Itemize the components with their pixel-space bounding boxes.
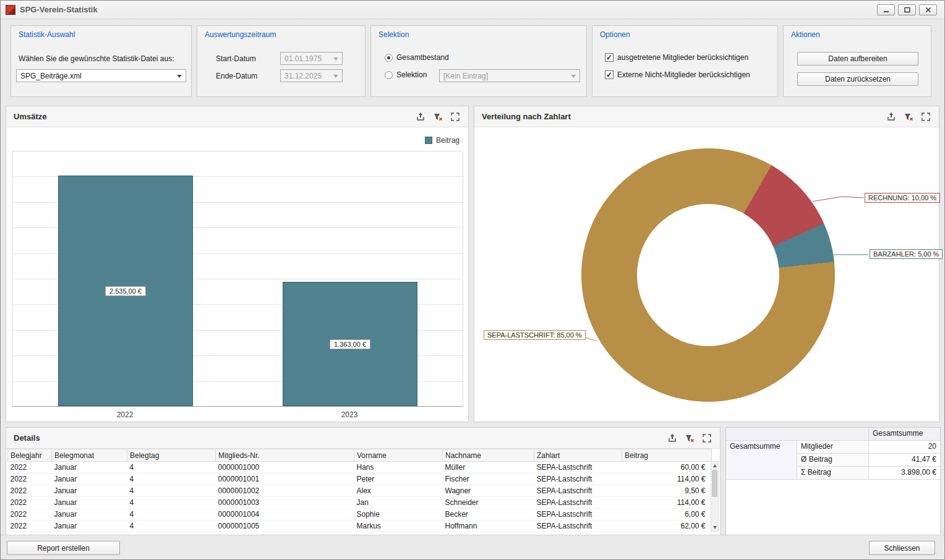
column-header[interactable]: Belegtag (127, 449, 216, 462)
table-cell: Schneider (443, 497, 534, 509)
options-toolbar: Statistik-Auswahl Wählen Sie die gewünsc… (11, 25, 932, 97)
table-cell: 2022 (8, 509, 52, 520)
checkbox-checked-icon: ✓ (605, 70, 614, 79)
table-row[interactable]: 2022Januar40000001004SophieBeckerSEPA-La… (8, 509, 712, 520)
umsaetze-header: Umsätze (6, 106, 468, 127)
column-header[interactable]: Beitrag (622, 449, 712, 462)
table-cell: Hans (354, 462, 443, 473)
column-header[interactable]: Nachname (443, 449, 534, 462)
fullscreen-icon[interactable] (701, 433, 712, 444)
summary-row-header: Gesamtsumme (726, 441, 797, 480)
table-row[interactable]: 2022Januar40000001003JanSchneiderSEPA-La… (8, 497, 712, 509)
details-header: Details (6, 428, 720, 449)
daten-aufbereiten-button[interactable]: Daten aufbereiten (797, 52, 918, 66)
checkbox-label: ausgetretene Mitglieder berücksichtigen (617, 53, 748, 62)
export-icon[interactable] (415, 111, 426, 122)
clear-filter-icon[interactable] (684, 433, 695, 444)
table-cell: Januar (52, 497, 127, 509)
export-icon[interactable] (886, 111, 897, 122)
column-header[interactable]: Belegmonat (52, 449, 127, 462)
table-cell: 2022 (8, 497, 52, 509)
checkbox-externe-nicht-mitglieder[interactable]: ✓ Externe Nicht-Mitglieder berücksichtig… (605, 70, 750, 79)
dropdown-icon (333, 57, 338, 61)
table-cell: Januar (52, 485, 127, 497)
table-cell: 0000001001 (216, 473, 354, 485)
zahlart-title: Verteilung nach Zahlart (482, 112, 571, 121)
checkbox-ausgetretene-mitglieder[interactable]: ✓ ausgetretene Mitglieder berücksichtige… (605, 53, 748, 62)
umsaetze-panel: Umsätze Beitrag (6, 106, 469, 422)
table-cell: 4 (127, 473, 216, 485)
report-erstellen-button[interactable]: Report erstellen (7, 541, 120, 555)
table-row[interactable]: 2022Januar40000001002AlexWagnerSEPA-Last… (8, 485, 712, 497)
schliessen-button[interactable]: Schliessen (869, 541, 935, 555)
clear-filter-icon[interactable] (903, 111, 914, 122)
slice-label-barzahler: BARZAHLER: 5,00 % (870, 249, 943, 259)
fullscreen-icon[interactable] (450, 111, 461, 122)
app-window: SPG-Verein-Statistik Statistik-Auswahl W… (0, 0, 945, 560)
table-cell: Wagner (443, 485, 534, 497)
table-cell: 0000001003 (216, 497, 354, 509)
radio-icon-checked (385, 54, 393, 62)
title-bar[interactable]: SPG-Verein-Statistik (1, 1, 944, 19)
table-cell: Januar (52, 473, 127, 485)
table-row[interactable]: 2022Januar40000001000HansMüllerSEPA-Last… (8, 462, 712, 473)
dropdown-icon (333, 75, 338, 78)
table-cell: Becker (443, 509, 534, 520)
start-datum-value: 01.01.1975 (284, 54, 322, 63)
table-cell: 2022 (8, 462, 52, 473)
table-cell: 0000001002 (216, 485, 354, 497)
table-row[interactable]: 2022Januar40000001001PeterFischerSEPA-La… (8, 473, 712, 485)
start-datum-label: Start-Datum (216, 54, 256, 63)
radio-gesamtbestand[interactable]: Gesamtbestand (385, 53, 449, 62)
selektion-select: [Kein Eintrag] (439, 69, 580, 82)
groupbox-aktionen: Aktionen Daten aufbereiten Daten zurücks… (783, 25, 931, 97)
column-header[interactable]: Zahlart (534, 449, 622, 462)
details-tbody: 2022Januar40000001000HansMüllerSEPA-Last… (8, 462, 712, 532)
zahlart-panel: Verteilung nach Zahlart SEPA-L (474, 106, 939, 422)
radio-selektion[interactable]: Selektion (385, 70, 427, 79)
start-datum-field: 01.01.1975 (280, 52, 343, 65)
table-cell: Sophie (354, 509, 443, 520)
column-header[interactable]: Belegjahr (8, 449, 52, 462)
umsaetze-body: Beitrag 2.535,00 €1.363,00 € 20222023 (6, 127, 468, 422)
daten-zuruecksetzen-button[interactable]: Daten zurücksetzen (797, 72, 918, 86)
scroll-thumb[interactable] (712, 470, 717, 497)
umsaetze-title: Umsätze (14, 112, 46, 121)
dropdown-icon (571, 75, 576, 78)
column-header[interactable]: Vorname (354, 449, 443, 462)
table-row[interactable]: 2022Januar40000001005MarkusHoffmannSEPA-… (8, 520, 712, 532)
slice-label-rechnung: RECHNUNG: 10,00 % (865, 193, 940, 203)
summary-label-avg-beitrag: Ø Beitrag (797, 454, 869, 467)
table-cell: 114,00 € (622, 473, 712, 485)
x-axis-label: 2022 (117, 410, 134, 419)
radio-label: Selektion (396, 70, 427, 79)
table-cell: 4 (127, 509, 216, 520)
radio-icon-unchecked (385, 71, 393, 79)
scroll-down-icon[interactable] (711, 524, 718, 531)
vertical-scrollbar[interactable] (711, 461, 719, 532)
table-cell: 0000001005 (216, 520, 354, 532)
summary-value-mitglieder: 20 (869, 441, 940, 454)
checkbox-label: Externe Nicht-Mitglieder berücksichtigen (617, 70, 750, 79)
column-header[interactable]: Mitglieds-Nr. (216, 449, 354, 462)
chart-legend: Beitrag (425, 136, 460, 145)
table-cell: 62,00 € (622, 520, 712, 532)
minimize-button[interactable] (877, 4, 895, 15)
maximize-button[interactable] (898, 4, 916, 15)
close-button[interactable] (919, 4, 937, 15)
statistik-file-select[interactable]: SPG_Beiträge.xml (16, 69, 186, 82)
zahlart-body: SEPA-LASTSCHRIFT: 85,00 %RECHNUNG: 10,00… (474, 127, 939, 422)
app-icon (6, 5, 15, 15)
summary-panel: Gesamtsumme Gesamtsumme Mitglieder 20 Ø … (725, 427, 941, 535)
export-icon[interactable] (667, 433, 678, 444)
umsaetze-plot: 2.535,00 €1.363,00 € (12, 151, 463, 407)
summary-value-avg-beitrag: 41,47 € (869, 454, 940, 467)
ende-datum-label: Ende-Datum (216, 72, 257, 80)
x-axis-label: 2023 (341, 410, 358, 419)
details-body: Belegjahr Belegmonat Belegtag Mitglieds-… (6, 449, 720, 535)
fullscreen-icon[interactable] (920, 111, 931, 122)
clear-filter-icon[interactable] (432, 111, 443, 122)
legend-swatch (425, 137, 432, 144)
scroll-up-icon[interactable] (711, 462, 718, 469)
ende-datum-value: 31.12.2025 (284, 72, 322, 80)
